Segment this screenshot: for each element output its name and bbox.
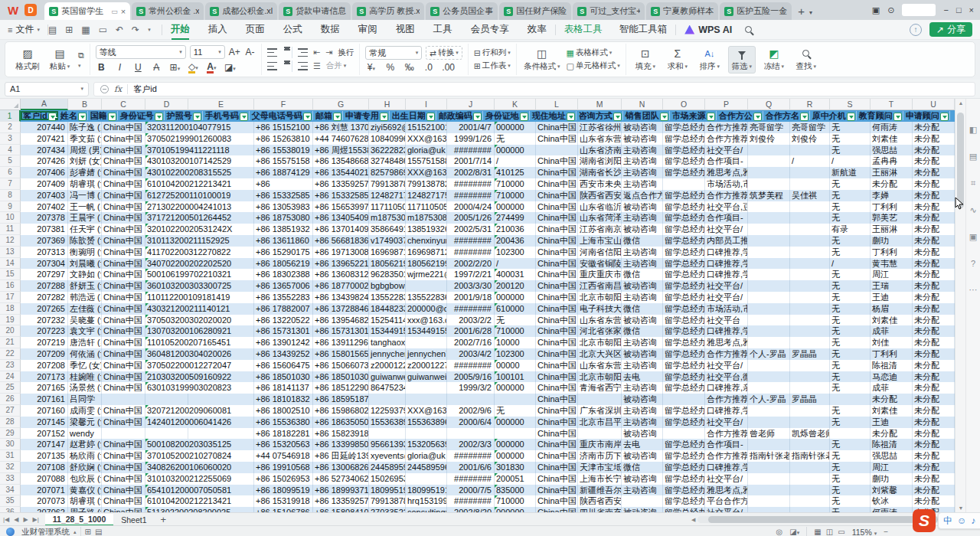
formula-content[interactable]: 客户id: [133, 83, 157, 95]
menu-tab-数据[interactable]: 数据: [312, 20, 348, 39]
cell[interactable]: 北京市朝阳: [578, 371, 622, 383]
cell[interactable]: 207135: [21, 450, 68, 462]
cell[interactable]: 2002/5/31: [447, 224, 495, 235]
cell[interactable]: [369, 394, 406, 405]
cell[interactable]: 无: [495, 315, 536, 326]
cell[interactable]: China中国: [536, 303, 578, 315]
header-cell[interactable]: 国籍: [88, 111, 118, 120]
column-header-R[interactable]: R: [790, 99, 830, 110]
cell[interactable]: +86 1598680231: [313, 405, 369, 417]
cell[interactable]: 835000: [495, 485, 536, 496]
cell[interactable]: 季文茹 (女: [68, 133, 102, 145]
cell[interactable]: 个人-罗晶: [748, 394, 790, 405]
align-right-icon[interactable]: [298, 62, 308, 70]
cell[interactable]: 舒欣娴 (女: [68, 462, 102, 473]
cell[interactable]: 301830: [495, 462, 536, 473]
row-number[interactable]: 1: [0, 110, 21, 122]
cell[interactable]: [790, 201, 830, 213]
cell[interactable]: 610104200212213421: [145, 178, 188, 190]
cell[interactable]: 强思喆: [871, 450, 913, 462]
cell[interactable]: +86 15319918: [254, 495, 313, 507]
cell[interactable]: 未分配: [913, 485, 955, 496]
cell[interactable]: 杨眉: [871, 303, 913, 315]
cell[interactable]: 2001/6/28: [447, 325, 495, 337]
cell[interactable]: 何雨涛: [871, 507, 913, 512]
cell[interactable]: +86 1565399710: [313, 201, 369, 213]
header-cell[interactable]: 父母电话号码: [250, 111, 313, 120]
cell[interactable]: +44 07546918: [254, 450, 313, 462]
cell[interactable]: 430321200211140121: [145, 303, 188, 315]
cell[interactable]: 王迪: [871, 292, 913, 303]
cell[interactable]: 主动咨询: [622, 212, 663, 224]
cell[interactable]: 被动咨询: [622, 348, 663, 360]
cell[interactable]: 新航道: [830, 167, 871, 178]
cell[interactable]: [748, 485, 790, 496]
cell[interactable]: [790, 337, 830, 348]
row-number[interactable]: 34: [0, 485, 21, 496]
cell[interactable]: China中国: [536, 495, 578, 507]
cell[interactable]: +86 1396522100: [313, 258, 369, 270]
cell[interactable]: 吕同学: [68, 394, 102, 405]
cell[interactable]: [790, 417, 830, 428]
cell[interactable]: 河南省信阳: [578, 247, 622, 258]
print-icon[interactable]: ▦: [81, 25, 90, 35]
column-header-B[interactable]: B: [68, 99, 102, 110]
align-middle-icon[interactable]: [283, 47, 292, 58]
cell[interactable]: 000000: [495, 450, 536, 462]
cell[interactable]: 留学总经办: [663, 280, 705, 292]
cell[interactable]: 2000/7/5: [447, 485, 495, 496]
cell[interactable]: 王丽淋: [871, 167, 913, 178]
cell[interactable]: 罗晶晶: [790, 348, 830, 360]
filter-dropdown-icon[interactable]: [520, 113, 528, 120]
cell[interactable]: 市场活动,市: [705, 303, 748, 315]
cell[interactable]: gloria@uk: [406, 145, 447, 156]
cell[interactable]: China中国: [102, 371, 145, 383]
cell[interactable]: 被动咨询: [622, 201, 663, 213]
cell[interactable]: 130703200106280921: [145, 325, 188, 337]
header-cell[interactable]: 合作方公: [717, 111, 763, 120]
cell[interactable]: [790, 292, 830, 303]
cell[interactable]: China中国: [102, 258, 145, 270]
page-view-icon[interactable]: ◫: [826, 528, 833, 536]
cell[interactable]: 362228235: [369, 145, 406, 156]
cell[interactable]: 未分配: [913, 190, 955, 201]
cell[interactable]: China中国: [102, 485, 145, 496]
document-tab-4[interactable]: S贷款申请信息.xlsx: [279, 2, 351, 20]
cell[interactable]: 山东省济南: [578, 145, 622, 156]
collab-screen-icon[interactable]: ▭: [111, 8, 118, 15]
cell[interactable]: 207232: [21, 315, 68, 326]
cell[interactable]: 430103200107142529: [145, 155, 188, 167]
cell[interactable]: 留学总经办: [663, 167, 705, 178]
filter-dropdown-icon[interactable]: [893, 113, 902, 120]
cell[interactable]: +86 1580156591: [313, 348, 369, 360]
cell[interactable]: 500108200203035125: [145, 439, 188, 450]
more-icon[interactable]: ⋯: [969, 285, 978, 295]
cell[interactable]: 310103200212255069: [145, 473, 188, 485]
cell[interactable]: 370105199411221118: [145, 145, 188, 156]
cell[interactable]: jennychen7: [406, 348, 447, 360]
cell[interactable]: +86 15320563: [254, 439, 313, 450]
cell[interactable]: 主动咨询: [622, 145, 663, 156]
cell[interactable]: 180562199: [406, 258, 447, 270]
cell[interactable]: 有录: [830, 224, 871, 235]
cell[interactable]: 无: [830, 315, 871, 326]
cell[interactable]: China中国: [536, 394, 578, 405]
filter-dropdown-icon[interactable]: [240, 113, 248, 120]
cell[interactable]: 唐浩轩 (男: [68, 337, 102, 348]
cell[interactable]: 2002/8/20: [447, 507, 495, 512]
cell[interactable]: China中国: [102, 212, 145, 224]
add-sheet-button[interactable]: +: [155, 514, 173, 525]
cell[interactable]: 留学总经办: [663, 405, 705, 417]
cell[interactable]: 陈子逸 (男: [68, 122, 102, 133]
cell[interactable]: 山东省东营: [578, 360, 622, 371]
fill-color-button[interactable]: ◇▾: [188, 61, 199, 74]
cell[interactable]: 000000: [495, 439, 536, 450]
cell[interactable]: 文静如 (女: [68, 269, 102, 280]
cell[interactable]: 无: [830, 485, 871, 496]
cell[interactable]: 207073: [21, 495, 68, 507]
cell[interactable]: 未分配: [913, 348, 955, 360]
cell[interactable]: guiwanwei: [406, 371, 447, 383]
cell[interactable]: 留学总经办: [663, 337, 705, 348]
cell[interactable]: 汤景然 (女: [68, 382, 102, 394]
cell[interactable]: +86 18753080: [254, 212, 313, 224]
